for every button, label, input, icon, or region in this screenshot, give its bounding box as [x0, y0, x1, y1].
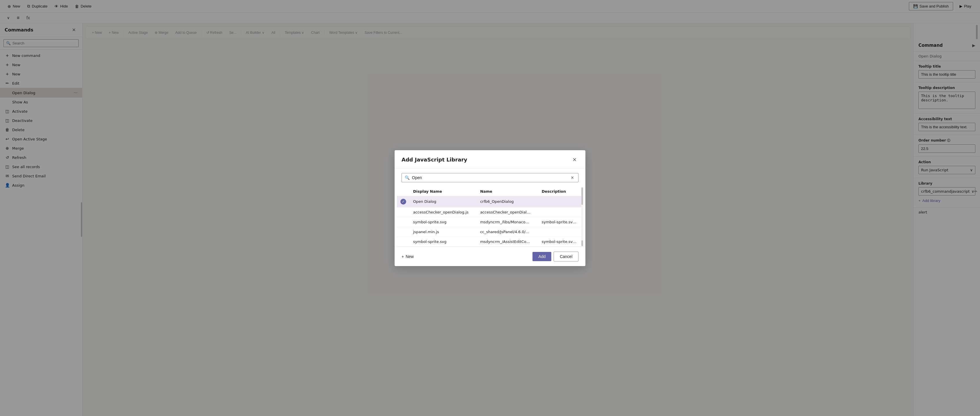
modal-add-button[interactable]: Add [533, 252, 551, 261]
row-display-name: jspanel.min.js [410, 227, 477, 237]
modal-search-area: 🔍 ✕ [395, 168, 585, 187]
row-display-name: Open Dialog [410, 196, 477, 207]
modal-scroll-thumb [581, 187, 583, 205]
row-check-cell [397, 217, 410, 227]
modal-footer-right: Add Cancel [533, 252, 579, 262]
modal-header: Add JavaScript Library ✕ [395, 150, 585, 168]
add-js-library-modal: Add JavaScript Library ✕ 🔍 ✕ Display Nam… [395, 150, 585, 266]
check-column-header [397, 187, 410, 196]
table-row[interactable]: symbol-sprite.svgmsdyncrm_/AssistEditCo…… [397, 237, 583, 246]
modal-scroll-thumb-bottom [581, 240, 583, 246]
row-description [538, 196, 583, 207]
modal-search-input[interactable] [412, 175, 567, 180]
row-check-cell [397, 237, 410, 246]
modal-title: Add JavaScript Library [401, 157, 467, 163]
display-name-column-header[interactable]: Display Name [410, 187, 477, 196]
row-display-name: accessChecker_openDialog.js [410, 207, 477, 217]
check-icon: ✓ [400, 199, 406, 205]
modal-scrollbar [581, 187, 583, 247]
row-name: msdyncrm_/AssistEditCo… [477, 237, 538, 246]
table-row[interactable]: jspanel.min.jscc_shared/JsPanel/4.6.0/… [397, 227, 583, 237]
row-name: msdyncrm_/libs/Monaco… [477, 217, 538, 227]
row-description: symbol-sprite.sv… [538, 237, 583, 246]
table-row[interactable]: symbol-sprite.svgmsdyncrm_/libs/Monaco…s… [397, 217, 583, 227]
row-description: symbol-sprite.sv… [538, 217, 583, 227]
name-column-header[interactable]: Name [477, 187, 538, 196]
modal-close-button[interactable]: ✕ [571, 156, 579, 164]
table-row[interactable]: accessChecker_openDialog.jsaccessChecker… [397, 207, 583, 217]
row-display-name: symbol-sprite.svg [410, 217, 477, 227]
modal-new-button[interactable]: + New [401, 252, 414, 260]
modal-footer: + New Add Cancel [395, 247, 585, 266]
row-check-cell: ✓ [397, 196, 410, 207]
modal-table-container: Display Name Name Description ✓Open Dial… [397, 187, 583, 247]
row-check-cell [397, 227, 410, 237]
modal-overlay[interactable]: Add JavaScript Library ✕ 🔍 ✕ Display Nam… [0, 0, 980, 416]
modal-cancel-button[interactable]: Cancel [554, 252, 579, 262]
row-display-name: symbol-sprite.svg [410, 237, 477, 246]
row-name: crfb6_OpenDialog [477, 196, 538, 207]
row-name: cc_shared/JsPanel/4.6.0/… [477, 227, 538, 237]
modal-footer-left: + New [401, 252, 414, 260]
modal-search-clear-button[interactable]: ✕ [570, 175, 575, 180]
search-icon: 🔍 [405, 175, 410, 180]
row-description [538, 227, 583, 237]
add-icon: + [401, 254, 404, 259]
modal-table: Display Name Name Description ✓Open Dial… [397, 187, 583, 247]
row-description [538, 207, 583, 217]
modal-search-box[interactable]: 🔍 ✕ [401, 173, 579, 182]
description-column-header[interactable]: Description [538, 187, 583, 196]
row-name: accessChecker_openDial… [477, 207, 538, 217]
table-header-row: Display Name Name Description [397, 187, 583, 196]
modal-new-label: New [406, 254, 414, 259]
row-check-cell [397, 207, 410, 217]
table-row[interactable]: ✓Open Dialogcrfb6_OpenDialog [397, 196, 583, 207]
